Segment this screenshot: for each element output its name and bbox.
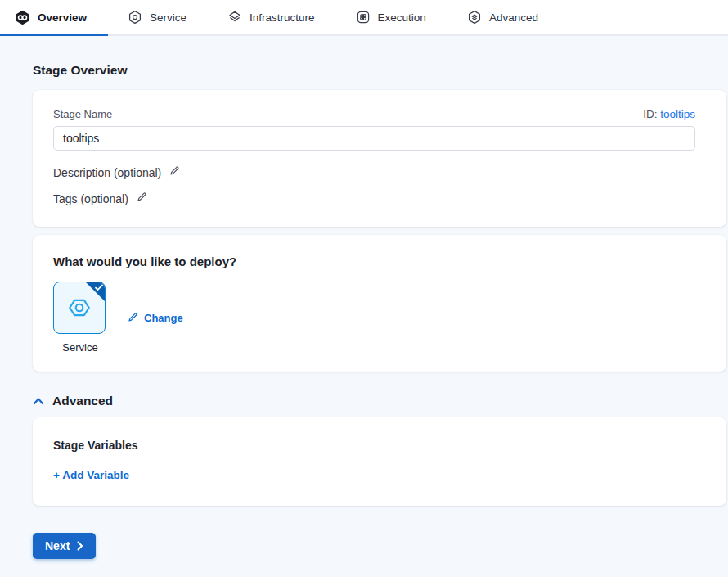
page-title: Stage Overview: [33, 63, 728, 78]
execution-icon: [356, 10, 371, 25]
advanced-icon: [467, 10, 482, 25]
stage-id-value-link[interactable]: tooltips: [660, 108, 695, 120]
check-icon: [95, 284, 103, 291]
chevron-right-icon: [77, 541, 83, 551]
tab-overview-label: Overview: [38, 11, 87, 24]
stage-id-label: ID:: [643, 108, 657, 120]
stage-variables-title: Stage Variables: [53, 439, 706, 452]
tab-infrastructure[interactable]: Infrastructure: [227, 10, 315, 25]
service-icon: [128, 10, 142, 25]
tab-infrastructure-label: Infrastructure: [249, 11, 315, 24]
chevron-up-icon: [33, 397, 44, 405]
pencil-icon: [127, 312, 138, 323]
tab-execution-label: Execution: [378, 11, 426, 24]
tab-service-label: Service: [150, 11, 186, 24]
advanced-section-title: Advanced: [52, 394, 113, 408]
tab-overview[interactable]: Overview: [15, 10, 87, 25]
edit-description-pencil-icon[interactable]: [169, 165, 180, 179]
service-hexagon-icon: [66, 295, 92, 321]
deploy-type-caption: Service: [53, 341, 107, 354]
add-variable-link[interactable]: + Add Variable: [53, 469, 129, 481]
stage-variables-card: Stage Variables + Add Variable: [33, 417, 726, 506]
infrastructure-icon: [227, 10, 242, 25]
advanced-section-toggle[interactable]: Advanced: [33, 394, 728, 408]
stage-details-card: Stage Name ID: tooltips Description (opt…: [33, 90, 726, 227]
change-link-label: Change: [144, 312, 183, 324]
tab-advanced[interactable]: Advanced: [467, 10, 538, 25]
next-button-label: Next: [45, 539, 70, 552]
edit-tags-pencil-icon[interactable]: [136, 192, 147, 205]
next-button[interactable]: Next: [33, 533, 96, 559]
stage-name-label: Stage Name: [53, 108, 112, 120]
change-deploy-type-link[interactable]: Change: [127, 312, 183, 324]
tags-label: Tags (optional): [53, 192, 128, 205]
deploy-type-tile-service[interactable]: [53, 282, 106, 334]
tab-advanced-label: Advanced: [489, 11, 538, 24]
pipeline-stage-icon: [15, 10, 30, 25]
deploy-question: What would you like to deploy?: [53, 255, 706, 268]
tab-service[interactable]: Service: [128, 10, 186, 25]
stage-id: ID: tooltips: [643, 108, 695, 120]
stage-tabbar: Overview Service Infrastructure: [0, 0, 728, 36]
tab-execution[interactable]: Execution: [356, 10, 426, 25]
stage-name-input[interactable]: [53, 126, 695, 151]
active-tab-indicator: [0, 34, 108, 36]
description-label: Description (optional): [53, 166, 161, 179]
deploy-type-card: What would you like to deploy? Service: [33, 235, 726, 372]
stage-overview-panel: Stage Overview Stage Name ID: tooltips D…: [0, 36, 728, 559]
